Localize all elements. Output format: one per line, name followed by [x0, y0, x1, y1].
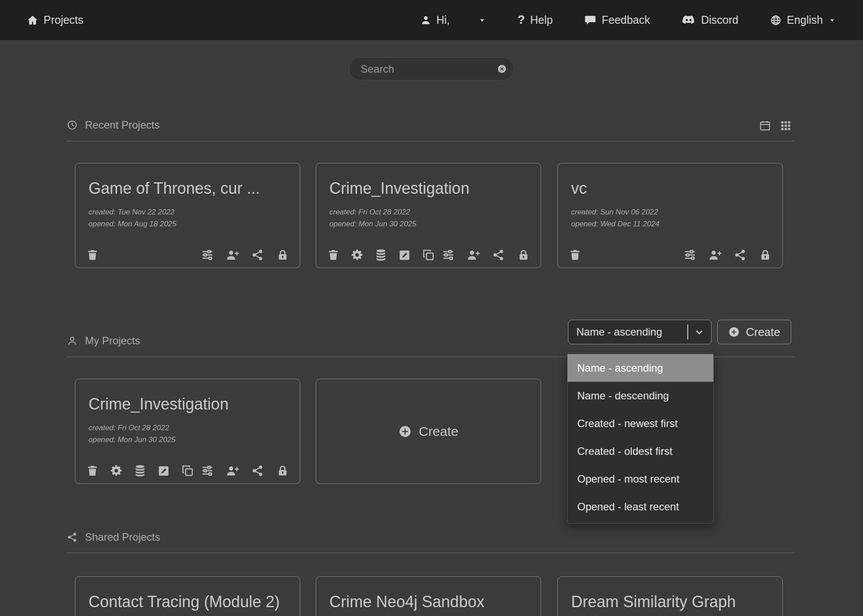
project-opened: opened: Mon Aug 18 2025: [89, 218, 287, 230]
sort-option-name-descending[interactable]: Name - descending: [568, 382, 713, 409]
add-user-icon[interactable]: [708, 248, 722, 262]
my-projects-header: My Projects: [66, 335, 140, 347]
lock-icon[interactable]: [759, 248, 772, 262]
delete-icon[interactable]: [86, 464, 99, 477]
sort-option-opened-most-recent[interactable]: Opened - most recent: [568, 465, 713, 493]
database-icon[interactable]: [374, 248, 387, 262]
create-button-label: Create: [746, 325, 780, 339]
person-outline-icon: [66, 335, 78, 347]
nav-discord[interactable]: Discord: [682, 13, 738, 27]
project-opened: opened: Mon Jun 30 2025: [89, 434, 287, 446]
project-card-dream-similarity-graph[interactable]: Dream Similarity Graph: [557, 576, 783, 616]
language-caret-down-icon: [828, 16, 836, 24]
edit-icon[interactable]: [398, 248, 411, 262]
search-input[interactable]: [361, 63, 497, 75]
sort-option-opened-least-recent[interactable]: Opened - least recent: [568, 493, 713, 520]
feedback-chat-icon: [584, 14, 596, 26]
delete-icon[interactable]: [86, 248, 99, 262]
project-title: Dream Similarity Graph: [571, 592, 769, 612]
nav-language-label: English: [787, 14, 823, 26]
help-icon: ?: [518, 13, 525, 27]
chevron-down-icon[interactable]: [693, 326, 705, 338]
recent-projects-title: Recent Projects: [85, 119, 159, 131]
project-card-contact-tracing[interactable]: Contact Tracing (Module 2): [75, 576, 300, 616]
recent-divider: [66, 141, 795, 141]
sliders-icon[interactable]: [442, 248, 455, 262]
sliders-icon[interactable]: [201, 464, 214, 477]
database-icon[interactable]: [133, 464, 147, 477]
project-card-vc[interactable]: vc created: Sun Nov 06 2022 opened: Wed …: [557, 163, 783, 268]
plus-circle-icon: [728, 326, 740, 338]
search-bar: [349, 57, 514, 81]
view-toggles: [759, 120, 792, 132]
sort-option-created-oldest[interactable]: Created - oldest first: [568, 437, 713, 465]
project-created: created: Fri Oct 28 2022: [329, 206, 527, 218]
clear-search-icon[interactable]: [497, 63, 507, 75]
sort-option-created-newest[interactable]: Created - newest first: [568, 409, 713, 437]
navbar-right: Hi, ? Help Feedback Discord English: [420, 13, 836, 27]
add-user-icon[interactable]: [226, 464, 239, 477]
add-user-icon[interactable]: [467, 248, 480, 262]
project-opened: opened: Wed Dec 11 2024: [571, 218, 769, 230]
project-card-crime-investigation[interactable]: Crime_Investigation created: Fri Oct 28 …: [316, 163, 541, 268]
sliders-icon[interactable]: [201, 248, 214, 262]
project-card-crime-investigation-mine[interactable]: Crime_Investigation created: Fri Oct 28 …: [75, 379, 300, 484]
nav-user-menu[interactable]: Hi,: [420, 14, 486, 26]
share-icon[interactable]: [492, 248, 505, 262]
project-title: Contact Tracing (Module 2): [89, 592, 287, 612]
shared-projects-header: Shared Projects: [66, 531, 160, 543]
sliders-icon[interactable]: [683, 248, 697, 262]
lock-icon[interactable]: [517, 248, 530, 262]
lock-icon[interactable]: [276, 464, 289, 477]
card-actions: [568, 248, 772, 262]
sort-option-name-ascending[interactable]: Name - ascending: [568, 354, 713, 382]
duplicate-icon[interactable]: [181, 464, 194, 477]
create-project-button[interactable]: Create: [717, 320, 791, 344]
nav-projects-label: Projects: [44, 14, 83, 26]
project-card-game-of-thrones[interactable]: Game of Thrones, cur ... created: Tue No…: [75, 163, 300, 268]
project-title: Crime_Investigation: [89, 394, 287, 414]
settings-icon[interactable]: [350, 248, 364, 262]
discord-icon: [682, 13, 696, 27]
sort-select[interactable]: Name - ascending: [568, 320, 712, 344]
duplicate-icon[interactable]: [422, 248, 435, 262]
plus-circle-icon: [398, 425, 412, 438]
grid-view-icon[interactable]: [780, 120, 792, 132]
share-icon[interactable]: [734, 248, 747, 262]
sort-selected-value: Name - ascending: [576, 326, 662, 338]
delete-icon[interactable]: [327, 248, 340, 262]
globe-icon: [770, 15, 782, 26]
top-navbar: Projects Hi, ? Help Feedback Discord Eng…: [0, 0, 863, 40]
user-icon: [420, 15, 431, 26]
calendar-view-icon[interactable]: [759, 120, 771, 132]
project-opened: opened: Mon Jun 30 2025: [329, 218, 527, 230]
card-actions: [327, 248, 530, 262]
nav-help-label: Help: [530, 14, 553, 26]
project-title: Crime Neo4j Sandbox: [329, 592, 527, 612]
share-icon: [66, 531, 78, 543]
project-card-crime-neo4j-sandbox[interactable]: Crime Neo4j Sandbox: [316, 576, 541, 616]
create-project-card[interactable]: Create: [316, 379, 541, 484]
nav-projects[interactable]: Projects: [27, 14, 83, 26]
share-icon[interactable]: [251, 248, 264, 262]
settings-icon[interactable]: [110, 464, 123, 477]
card-actions: [86, 248, 289, 262]
nav-help[interactable]: ? Help: [518, 13, 553, 27]
share-icon[interactable]: [251, 464, 264, 477]
nav-language[interactable]: English: [770, 14, 836, 26]
lock-icon[interactable]: [276, 248, 289, 262]
recent-projects-header: Recent Projects: [66, 119, 159, 131]
sort-dropdown: Name - ascending Name - descending Creat…: [567, 353, 714, 524]
nav-feedback[interactable]: Feedback: [584, 14, 650, 26]
nav-discord-label: Discord: [701, 14, 738, 26]
edit-icon[interactable]: [157, 464, 170, 477]
card-actions: [86, 464, 289, 477]
delete-icon[interactable]: [568, 248, 582, 262]
shared-divider: [66, 553, 795, 553]
project-title: vc: [571, 178, 769, 198]
create-card-label: Create: [419, 424, 458, 439]
project-title: Crime_Investigation: [329, 178, 527, 198]
user-caret-down-icon[interactable]: [478, 16, 486, 24]
clock-icon: [66, 119, 78, 131]
add-user-icon[interactable]: [226, 248, 239, 262]
